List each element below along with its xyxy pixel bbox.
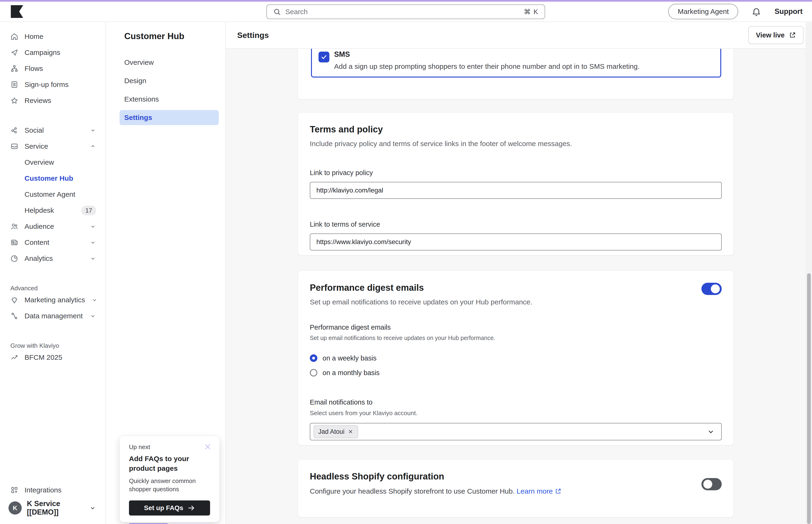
headless-title: Headless Shopify configuration — [310, 472, 701, 481]
sidebar-item-signup-forms[interactable]: Sign-up forms — [0, 77, 106, 93]
sidebar-item-label: Data management — [25, 312, 83, 320]
sidebar-item-data-management[interactable]: Data management — [0, 308, 106, 324]
subnav-item-label: Design — [124, 77, 146, 85]
privacy-policy-input[interactable] — [310, 182, 722, 199]
chevron-up-icon — [90, 143, 96, 150]
terms-of-service-label: Link to terms of service — [310, 220, 722, 228]
sidebar-item-label: BFCM 2025 — [25, 354, 96, 361]
chevron-down-icon — [90, 239, 96, 246]
chevron-down-icon — [90, 223, 96, 230]
marketing-agent-button[interactable]: Marketing Agent — [668, 4, 738, 19]
subnav-item-overview[interactable]: Overview — [120, 55, 219, 70]
sidebar-item-home[interactable]: Home — [0, 29, 106, 45]
account-switcher[interactable]: K K Service [[DEMO]] — [0, 498, 106, 518]
sidebar-item-bfcm-2025[interactable]: BFCM 2025 — [0, 349, 106, 365]
search-placeholder: Search — [285, 8, 520, 16]
sidebar-item-customer-hub[interactable]: Customer Hub — [0, 170, 106, 186]
sidebar-item-label: Flows — [25, 65, 96, 72]
remove-chip-icon[interactable] — [348, 429, 353, 435]
email-recipients-select[interactable]: Jad Atoui — [310, 423, 722, 440]
primary-sidebar: Home Campaigns Flows Sign-up forms Revie… — [0, 22, 106, 524]
email-notifications-label: Email notifications to — [310, 398, 722, 406]
headless-description: Configure your headless Shopify storefro… — [310, 487, 515, 495]
inbox-icon — [10, 142, 18, 150]
chevron-down-icon — [90, 255, 96, 262]
sidebar-item-integrations[interactable]: Integrations — [0, 482, 106, 498]
sidebar-item-label: Sign-up forms — [25, 81, 96, 88]
subnav-item-label: Extensions — [124, 95, 159, 103]
subnav-item-label: Overview — [124, 59, 154, 66]
sidebar-item-customer-agent[interactable]: Customer Agent — [0, 186, 106, 202]
subnav-item-settings[interactable]: Settings — [120, 110, 219, 125]
settings-scroll-area: SMS Add a sign up step prompting shopper… — [226, 49, 812, 524]
sms-checkbox[interactable] — [319, 52, 329, 62]
radio-selected-icon — [310, 354, 317, 362]
sidebar-item-analytics[interactable]: Analytics — [0, 250, 106, 266]
sidebar-item-helpdesk[interactable]: Helpdesk 17 — [0, 202, 106, 218]
sidebar-item-label: Marketing analytics — [25, 296, 85, 304]
pie-chart-icon — [10, 255, 18, 262]
digest-sub-description: Set up email notifications to receive up… — [310, 334, 722, 341]
performance-digest-card: Performance digest emails Set up email n… — [298, 271, 734, 445]
terms-of-service-input[interactable] — [310, 233, 722, 250]
sidebar-item-label: Audience — [25, 223, 83, 230]
terms-subtitle: Include privacy policy and terms of serv… — [310, 140, 722, 148]
sidebar-item-marketing-analytics[interactable]: Marketing analytics — [0, 292, 106, 308]
sidebar-item-content[interactable]: Content — [0, 234, 106, 250]
set-up-faqs-label: Set up FAQs — [144, 504, 183, 512]
digest-subtitle: Set up email notifications to receive up… — [310, 298, 701, 306]
data-nodes-icon — [10, 312, 18, 320]
digest-title: Performance digest emails — [310, 283, 701, 293]
audience-icon — [10, 223, 18, 230]
topbar: Search ⌘ K Marketing Agent Support — [0, 2, 812, 22]
headless-toggle[interactable] — [701, 478, 722, 490]
brand-top-strip — [0, 0, 812, 2]
chevron-down-icon — [90, 127, 96, 134]
klaviyo-logo-icon[interactable] — [10, 5, 23, 18]
arrow-right-icon — [188, 504, 195, 512]
sidebar-item-label: Customer Agent — [25, 190, 96, 198]
digest-toggle[interactable] — [701, 283, 722, 295]
chevron-down-icon — [90, 313, 96, 319]
sidebar-item-audience[interactable]: Audience — [0, 218, 106, 234]
sidebar-item-social[interactable]: Social — [0, 122, 106, 138]
subnav-item-design[interactable]: Design — [120, 73, 219, 88]
external-link-icon — [555, 488, 561, 494]
radio-weekly[interactable]: on a weekly basis — [310, 351, 722, 365]
sidebar-item-service[interactable]: Service — [0, 138, 106, 154]
radio-monthly[interactable]: on a monthly basis — [310, 365, 722, 380]
sms-option-box[interactable]: SMS Add a sign up step prompting shopper… — [311, 49, 721, 78]
check-icon — [320, 53, 328, 61]
search-icon — [273, 8, 281, 16]
sidebar-item-label: Campaigns — [25, 49, 96, 56]
main-header: Settings View live — [226, 22, 812, 49]
sidebar-item-label: Customer Hub — [25, 174, 96, 182]
sidebar-item-reviews[interactable]: Reviews — [0, 93, 106, 109]
chevron-down-icon — [91, 297, 98, 303]
set-up-faqs-button[interactable]: Set up FAQs — [129, 501, 210, 515]
notifications-bell-icon[interactable] — [751, 6, 761, 16]
global-search-input[interactable]: Search ⌘ K — [267, 4, 545, 19]
scrollbar-thumb[interactable] — [807, 273, 811, 524]
support-link[interactable]: Support — [775, 7, 802, 16]
sms-option-label: SMS — [334, 50, 640, 59]
subnav-item-extensions[interactable]: Extensions — [120, 92, 219, 107]
sidebar-item-campaigns[interactable]: Campaigns — [0, 45, 106, 61]
sidebar-item-flows[interactable]: Flows — [0, 61, 106, 77]
up-next-card: Up next Add FAQs to your product pages Q… — [120, 436, 220, 522]
learn-more-link[interactable]: Learn more — [516, 487, 553, 495]
sidebar-item-label: Service — [25, 142, 83, 150]
up-next-description: Quickly answer common shopper questions — [129, 477, 209, 493]
social-icon — [10, 126, 18, 134]
sidebar-item-service-overview[interactable]: Overview — [0, 154, 106, 170]
sidebar-item-label: Overview — [25, 158, 96, 166]
toggle-knob — [711, 284, 720, 293]
app-window: Search ⌘ K Marketing Agent Support Home … — [0, 0, 812, 524]
account-name: K Service [[DEMO]] — [27, 500, 84, 517]
signup-steps-card: SMS Add a sign up step prompting shopper… — [298, 49, 734, 99]
main-panel: Settings View live SMS Add a sign u — [226, 22, 812, 524]
view-live-button[interactable]: View live — [748, 26, 803, 44]
home-icon — [10, 33, 18, 40]
up-next-eyebrow: Up next — [129, 443, 210, 451]
close-icon[interactable] — [203, 442, 212, 452]
